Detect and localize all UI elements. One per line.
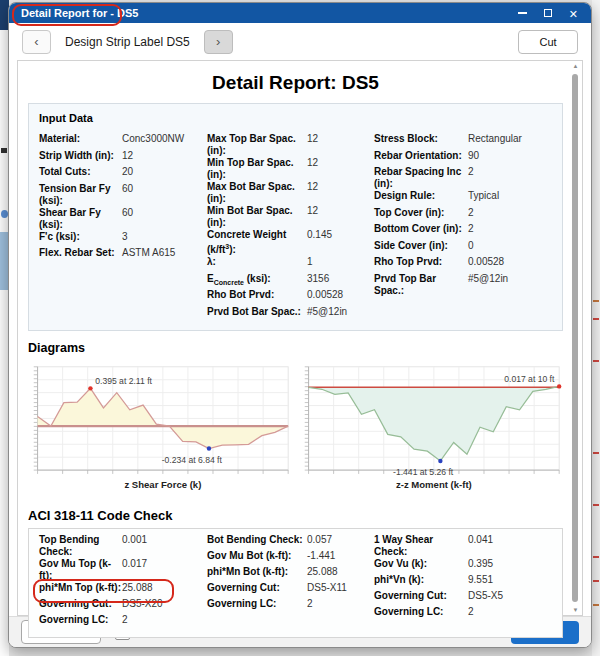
- maximize-icon: [544, 9, 552, 17]
- aci-value: 25.088: [307, 566, 338, 578]
- input-label: Rho Top Prvd:: [374, 256, 468, 268]
- scroll-down-arrow-icon[interactable]: ▼: [569, 607, 582, 613]
- input-value: 12: [122, 150, 133, 162]
- dialog-titlebar[interactable]: Detail Report for - DS5 ✕: [9, 3, 591, 23]
- input-label: Rebar Spacing Inc (in):: [374, 166, 468, 190]
- background-app-right-sliver: [592, 0, 600, 656]
- aci-code-check-section: Top Bending Check:0.001Gov Mu Top (k-ft)…: [28, 528, 563, 638]
- moment-chart: 0.017 at 10 ft-1.441 at 5.26 ftz-z Momen…: [299, 360, 563, 497]
- svg-text:z-z Moment (k-ft): z-z Moment (k-ft): [396, 480, 472, 491]
- aci-label: phi*Mn Bot (k-ft):: [207, 566, 307, 578]
- next-strip-button[interactable]: ›: [204, 30, 233, 54]
- aci-value: 25.088: [122, 582, 153, 594]
- aci-label: phi*Mn Top (k-ft):: [39, 582, 122, 594]
- input-label: Shear Bar Fy (ksi):: [39, 207, 122, 231]
- chevron-left-icon: ‹: [34, 34, 38, 49]
- input-label: Rho Bot Prvd:: [207, 289, 307, 301]
- input-value: ASTM A615: [122, 247, 175, 259]
- aci-label: phi*Vn (k):: [374, 574, 468, 586]
- scroll-up-arrow-icon[interactable]: ▲: [569, 63, 582, 69]
- input-row: Rho Bot Prvd:0.00528: [207, 289, 374, 306]
- input-value: Typical: [468, 190, 499, 202]
- aci-col1: Top Bending Check:0.001Gov Mu Top (k-ft)…: [39, 534, 207, 630]
- input-value: 20: [122, 166, 133, 178]
- input-row: Prvd Top Bar Spac.:#5@12in: [374, 273, 552, 297]
- input-label: Design Rule:: [374, 190, 468, 202]
- input-row: Concrete Weight (k/ft3):0.145: [207, 229, 374, 256]
- chevron-right-icon: ›: [216, 34, 220, 49]
- background-dash: [593, 452, 599, 454]
- aci-value: 0.395: [468, 558, 493, 570]
- aci-value: DS5-X20: [122, 598, 163, 610]
- input-label: Min Bot Bar Spac. (in):: [207, 205, 307, 229]
- input-row: F'c (ksi):3: [39, 231, 207, 248]
- input-label: Stress Block:: [374, 133, 468, 145]
- input-row: Design Rule:Typical: [374, 190, 552, 207]
- aci-value: 2: [122, 614, 128, 626]
- aci-columns: Top Bending Check:0.001Gov Mu Top (k-ft)…: [39, 534, 552, 630]
- minimize-icon: [518, 12, 527, 14]
- input-label: Rebar Orientation:: [374, 150, 468, 162]
- svg-text:0.017 at 10 ft: 0.017 at 10 ft: [504, 374, 555, 384]
- input-data-section: Input Data Material:Conc3000NWStrip Widt…: [28, 103, 563, 331]
- input-value: 90: [468, 150, 479, 162]
- cut-button[interactable]: Cut: [518, 30, 578, 54]
- aci-row: phi*Mn Top (k-ft):25.088: [39, 582, 207, 598]
- input-value: 12: [307, 205, 318, 217]
- input-label: Top Cover (in):: [374, 207, 468, 219]
- aci-row: Gov Vu (k):0.395: [374, 558, 552, 574]
- background-dash: [593, 360, 599, 362]
- aci-value: 0.017: [122, 558, 147, 570]
- shear-force-chart: 0.395 at 2.11 ft-0.234 at 6.84 ftz Shear…: [28, 360, 292, 497]
- scrollbar-thumb[interactable]: [572, 74, 578, 602]
- input-row: λ:1: [207, 256, 374, 273]
- input-label: Prvd Bot Bar Spac.:: [207, 306, 307, 318]
- close-icon: ✕: [569, 8, 578, 20]
- aci-value: -1.441: [307, 550, 335, 562]
- diagrams-row: 0.395 at 2.11 ft-0.234 at 6.84 ftz Shear…: [28, 360, 563, 497]
- window-controls: ✕: [518, 4, 591, 22]
- aci-row: phi*Vn (k):9.551: [374, 574, 552, 590]
- input-row: Shear Bar Fy (ksi):60: [39, 207, 207, 231]
- input-row: Rebar Orientation:90: [374, 150, 552, 167]
- maximize-button[interactable]: [544, 9, 552, 17]
- aci-row: Gov Mu Bot (k-ft):-1.441: [207, 550, 374, 566]
- input-label: Strip Width (in):: [39, 150, 122, 162]
- close-window-button[interactable]: ✕: [569, 4, 578, 22]
- aci-label: Governing Cut:: [374, 590, 468, 602]
- svg-text:-1.441 at 5.26 ft: -1.441 at 5.26 ft: [393, 468, 454, 478]
- input-label: Concrete Weight (k/ft3):: [207, 229, 307, 256]
- input-row: Strip Width (in):12: [39, 150, 207, 167]
- input-row: Total Cuts:20: [39, 166, 207, 183]
- aci-value: 9.551: [468, 574, 493, 586]
- input-data-columns: Material:Conc3000NWStrip Width (in):12To…: [39, 133, 552, 322]
- svg-text:z Shear Force (k): z Shear Force (k): [124, 480, 201, 491]
- input-value: 60: [122, 207, 133, 219]
- input-value: 12: [307, 181, 318, 193]
- aci-row: Governing Cut:DS5-X20: [39, 598, 207, 614]
- input-data-col1: Material:Conc3000NWStrip Width (in):12To…: [39, 133, 207, 322]
- svg-text:0.395 at 2.11 ft: 0.395 at 2.11 ft: [95, 376, 152, 386]
- vertical-scrollbar[interactable]: ▲ ▼: [569, 61, 582, 615]
- previous-strip-button[interactable]: ‹: [22, 30, 51, 54]
- report-body: Detail Report: DS5 Input Data Material:C…: [18, 61, 569, 615]
- aci-row: Governing LC:2: [374, 606, 552, 622]
- aci-value: 2: [307, 598, 313, 610]
- aci-label: Governing LC:: [39, 614, 122, 626]
- background-dash: [593, 556, 599, 558]
- input-data-heading: Input Data: [39, 112, 552, 124]
- input-row: Top Cover (in):2: [374, 207, 552, 224]
- input-row: EConcrete (ksi):3156: [207, 273, 374, 290]
- aci-label: Top Bending Check:: [39, 534, 122, 558]
- aci-row: 1 Way Shear Check:0.041: [374, 534, 552, 558]
- background-app-bullet: [1, 210, 8, 218]
- input-row: Bottom Cover (in):2: [374, 223, 552, 240]
- aci-value: 2: [468, 606, 474, 618]
- diagrams-heading: Diagrams: [28, 341, 563, 355]
- aci-label: Gov Vu (k):: [374, 558, 468, 570]
- input-value: Conc3000NW: [122, 133, 184, 145]
- background-dash: [593, 300, 599, 302]
- minimize-button[interactable]: [518, 12, 527, 14]
- aci-label: Governing Cut:: [39, 598, 122, 610]
- aci-row: Governing LC:2: [207, 598, 374, 614]
